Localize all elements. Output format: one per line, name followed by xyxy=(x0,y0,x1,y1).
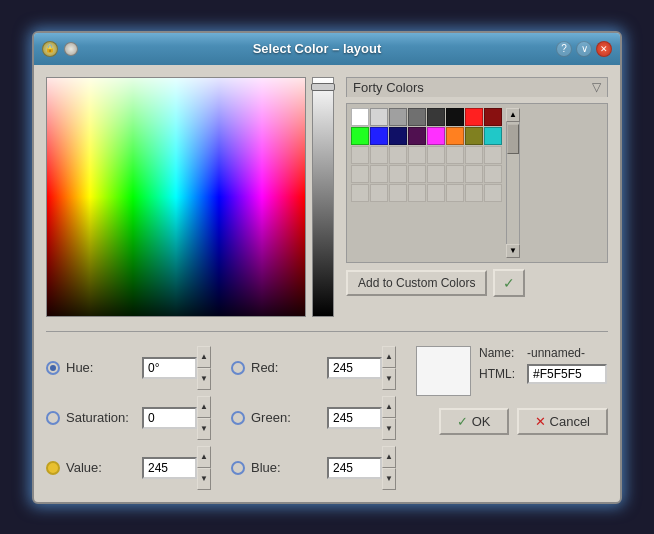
hue-radio[interactable] xyxy=(46,361,60,375)
scroll-thumb[interactable] xyxy=(507,124,519,154)
val-spin[interactable]: ▲ ▼ xyxy=(197,446,211,490)
red-spin[interactable]: ▲ ▼ xyxy=(382,346,396,390)
sat-spin[interactable]: ▲ ▼ xyxy=(197,396,211,440)
green-spin[interactable]: ▲ ▼ xyxy=(382,396,396,440)
html-input[interactable] xyxy=(527,364,607,384)
color-swatch[interactable] xyxy=(484,146,502,164)
sat-input[interactable] xyxy=(142,407,197,429)
color-swatch[interactable] xyxy=(370,127,388,145)
color-swatch[interactable] xyxy=(351,108,369,126)
hue-label: Hue: xyxy=(66,360,136,375)
color-swatch[interactable] xyxy=(446,165,464,183)
color-swatch[interactable] xyxy=(427,127,445,145)
val-spin-up[interactable]: ▲ xyxy=(197,446,211,468)
green-spin-up[interactable]: ▲ xyxy=(382,396,396,418)
color-swatch[interactable] xyxy=(446,146,464,164)
minimize-window-button[interactable]: ∨ xyxy=(576,41,592,57)
red-radio[interactable] xyxy=(231,361,245,375)
green-radio[interactable] xyxy=(231,411,245,425)
sat-radio[interactable] xyxy=(46,411,60,425)
color-swatch[interactable] xyxy=(370,165,388,183)
add-custom-button[interactable]: Add to Custom Colors xyxy=(346,270,487,296)
color-swatch[interactable] xyxy=(427,165,445,183)
blue-input[interactable] xyxy=(327,457,382,479)
hue-spin-down[interactable]: ▼ xyxy=(197,368,211,390)
color-swatch[interactable] xyxy=(389,165,407,183)
palette-dropdown-icon[interactable]: ▽ xyxy=(592,80,601,94)
scroll-down-button[interactable]: ▼ xyxy=(506,244,520,258)
color-swatch[interactable] xyxy=(427,146,445,164)
scroll-up-button[interactable]: ▲ xyxy=(506,108,520,122)
blue-spin-down[interactable]: ▼ xyxy=(382,468,396,490)
help-button[interactable]: ? xyxy=(556,41,572,57)
value-slider[interactable] xyxy=(312,77,334,317)
color-swatch[interactable] xyxy=(389,146,407,164)
color-swatch[interactable] xyxy=(465,108,483,126)
val-spin-down[interactable]: ▼ xyxy=(197,468,211,490)
checkmark-button[interactable]: ✓ xyxy=(493,269,525,297)
bottom-section: Hue: ▲ ▼ Saturation: xyxy=(46,346,608,490)
color-swatch[interactable] xyxy=(351,146,369,164)
color-swatch[interactable] xyxy=(446,127,464,145)
palette-header: Forty Colors ▽ xyxy=(346,77,608,97)
color-swatch[interactable] xyxy=(484,184,502,202)
cancel-button[interactable]: ✕ Cancel xyxy=(517,408,608,435)
red-spin-up[interactable]: ▲ xyxy=(382,346,396,368)
color-swatch[interactable] xyxy=(408,127,426,145)
color-swatch[interactable] xyxy=(389,127,407,145)
hue-row: Hue: ▲ ▼ xyxy=(46,346,211,390)
color-swatch[interactable] xyxy=(408,146,426,164)
palette-container: ▲ ▼ xyxy=(346,103,608,263)
sat-spin-down[interactable]: ▼ xyxy=(197,418,211,440)
color-swatch[interactable] xyxy=(408,165,426,183)
name-html-section: Name: -unnamed- HTML: xyxy=(479,346,607,384)
color-swatch[interactable] xyxy=(370,108,388,126)
color-swatch[interactable] xyxy=(427,184,445,202)
green-input-group: ▲ ▼ xyxy=(327,396,396,440)
green-input[interactable] xyxy=(327,407,382,429)
color-picker-area xyxy=(46,77,334,317)
hue-input[interactable] xyxy=(142,357,197,379)
color-swatch[interactable] xyxy=(446,108,464,126)
color-swatch[interactable] xyxy=(351,184,369,202)
val-input[interactable] xyxy=(142,457,197,479)
color-swatch[interactable] xyxy=(408,108,426,126)
color-swatch[interactable] xyxy=(370,184,388,202)
window-close-button[interactable]: ✕ xyxy=(596,41,612,57)
hue-spin-up[interactable]: ▲ xyxy=(197,346,211,368)
minimize-button[interactable]: 🔒 xyxy=(42,41,58,57)
blue-radio[interactable] xyxy=(231,461,245,475)
color-swatch[interactable] xyxy=(370,146,388,164)
red-spin-down[interactable]: ▼ xyxy=(382,368,396,390)
color-swatch[interactable] xyxy=(389,108,407,126)
color-swatch[interactable] xyxy=(446,184,464,202)
color-swatch[interactable] xyxy=(408,184,426,202)
divider xyxy=(46,331,608,332)
sat-spin-up[interactable]: ▲ xyxy=(197,396,211,418)
titlebar: 🔒 Select Color – layout ? ∨ ✕ xyxy=(34,33,620,65)
blue-spin[interactable]: ▲ ▼ xyxy=(382,446,396,490)
color-swatch[interactable] xyxy=(465,146,483,164)
color-swatch[interactable] xyxy=(484,108,502,126)
color-swatch[interactable] xyxy=(465,127,483,145)
red-input[interactable] xyxy=(327,357,382,379)
blue-spin-up[interactable]: ▲ xyxy=(382,446,396,468)
value-layer xyxy=(47,78,305,316)
palette-scrollbar[interactable]: ▲ ▼ xyxy=(506,108,520,258)
rgb-section: Red: ▲ ▼ Green: ▲ xyxy=(231,346,396,490)
val-radio[interactable] xyxy=(46,461,60,475)
red-label: Red: xyxy=(251,360,321,375)
color-swatch[interactable] xyxy=(389,184,407,202)
green-spin-down[interactable]: ▼ xyxy=(382,418,396,440)
hue-spin[interactable]: ▲ ▼ xyxy=(197,346,211,390)
color-swatch[interactable] xyxy=(427,108,445,126)
color-gradient[interactable] xyxy=(46,77,306,317)
close-button2[interactable] xyxy=(64,42,78,56)
color-swatch[interactable] xyxy=(484,127,502,145)
color-swatch[interactable] xyxy=(351,165,369,183)
ok-button[interactable]: ✓ OK xyxy=(439,408,509,435)
color-swatch[interactable] xyxy=(465,165,483,183)
color-swatch[interactable] xyxy=(351,127,369,145)
color-swatch[interactable] xyxy=(465,184,483,202)
color-swatch[interactable] xyxy=(484,165,502,183)
